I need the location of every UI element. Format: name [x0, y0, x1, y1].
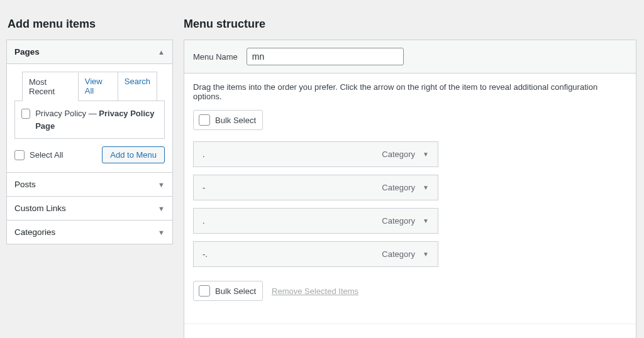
menu-item-type: Category [382, 216, 415, 226]
menu-name-input[interactable] [247, 48, 404, 65]
menu-name-row: Menu Name [184, 40, 636, 74]
chevron-down-icon[interactable]: ▼ [423, 251, 429, 258]
menu-structure-title: Menu structure [184, 18, 636, 31]
menu-structure-box: Menu Name Drag the items into the order … [184, 40, 636, 338]
tab-search[interactable]: Search [118, 72, 157, 101]
page-item[interactable]: Privacy Policy — Privacy Policy Page [21, 107, 158, 132]
bulk-select-checkbox[interactable] [199, 285, 210, 297]
accordion-label: Posts [14, 180, 36, 189]
caret-down-icon: ▼ [158, 181, 165, 188]
caret-down-icon: ▼ [158, 229, 165, 236]
remove-selected-link[interactable]: Remove Selected Items [272, 286, 358, 296]
menu-item-type: Category [382, 249, 415, 259]
accordion-head-posts[interactable]: Posts ▼ [7, 172, 172, 196]
accordion-label: Custom Links [14, 204, 66, 213]
menu-settings-heading: Menu Settings [184, 324, 636, 338]
select-all-checkbox[interactable] [14, 150, 25, 160]
chevron-down-icon[interactable]: ▼ [423, 151, 429, 158]
chevron-down-icon[interactable]: ▼ [423, 184, 429, 191]
select-all-label: Select All [30, 150, 63, 160]
tab-most-recent[interactable]: Most Recent [23, 73, 79, 101]
accordion-head-pages[interactable]: Pages ▲ [7, 40, 172, 64]
menu-item-type: Category [382, 183, 415, 192]
tab-view-all[interactable]: View All [79, 72, 118, 101]
menu-item-label: - [203, 183, 205, 192]
add-to-menu-button[interactable]: Add to Menu [102, 146, 165, 163]
select-all[interactable]: Select All [14, 150, 63, 160]
bulk-select-label: Bulk Select [215, 116, 256, 125]
tabpanel-most-recent: Privacy Policy — Privacy Policy Page [14, 101, 165, 139]
accordion-add-items: Pages ▲ Most Recent View All Search Priv… [6, 40, 173, 244]
bulk-select-checkbox[interactable] [199, 114, 210, 126]
add-menu-items-title: Add menu items [8, 18, 173, 31]
accordion-label: Pages [14, 47, 40, 57]
accordion-body-pages: Most Recent View All Search Privacy Poli… [7, 72, 172, 172]
menu-item[interactable]: - Category ▼ [193, 175, 438, 200]
menu-name-label: Menu Name [193, 52, 238, 62]
help-text: Drag the items into the order you prefer… [193, 82, 627, 101]
chevron-down-icon[interactable]: ▼ [423, 217, 429, 224]
accordion-head-custom-links[interactable]: Custom Links ▼ [7, 196, 172, 220]
bulk-select-label: Bulk Select [215, 286, 256, 296]
menu-item-type: Category [382, 150, 415, 159]
page-item-checkbox[interactable] [21, 109, 30, 119]
bulk-select-bottom[interactable]: Bulk Select [193, 281, 263, 301]
menu-item-label: . [203, 150, 205, 159]
caret-down-icon: ▼ [158, 205, 165, 212]
menu-item-label: . [203, 216, 205, 226]
bulk-select-top[interactable]: Bulk Select [193, 110, 263, 130]
page-item-label: Privacy Policy — Privacy Policy Page [35, 107, 158, 132]
accordion-label: Categories [14, 227, 55, 237]
menu-items-list: . Category ▼ - Category ▼ [193, 141, 627, 267]
caret-up-icon: ▲ [158, 48, 165, 56]
menu-item-label: -. [203, 249, 208, 259]
menu-item[interactable]: . Category ▼ [193, 141, 438, 167]
accordion-head-categories[interactable]: Categories ▼ [7, 220, 172, 244]
menu-item[interactable]: -. Category ▼ [193, 241, 438, 267]
menu-item[interactable]: . Category ▼ [193, 208, 438, 234]
